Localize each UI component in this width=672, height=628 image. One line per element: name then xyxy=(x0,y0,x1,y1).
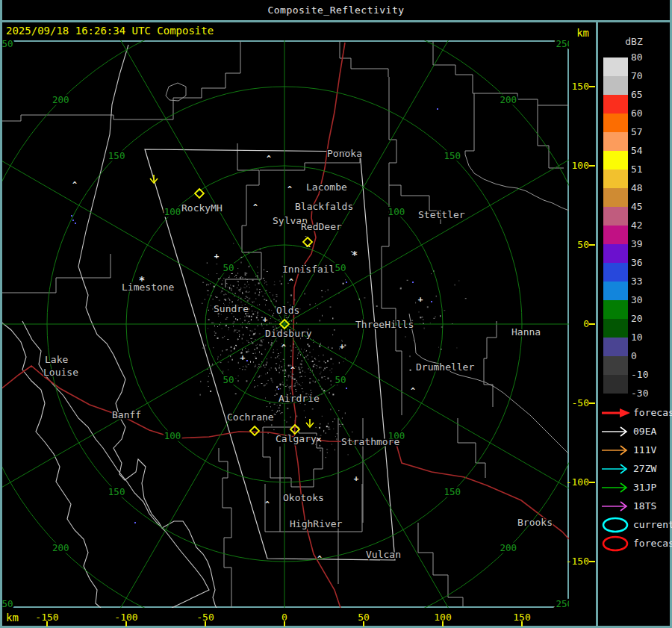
clutter-echo xyxy=(240,288,241,289)
clutter-echo xyxy=(252,343,253,344)
clutter-echo xyxy=(311,361,312,362)
clutter-echo xyxy=(237,338,238,340)
clutter-echo xyxy=(217,273,217,274)
clutter-echo xyxy=(281,283,282,285)
clutter-echo xyxy=(258,320,259,320)
clutter-echo xyxy=(220,278,221,279)
clutter-echo xyxy=(305,372,305,373)
clutter-echo xyxy=(276,386,278,388)
map-symbol-caret: ^ xyxy=(265,500,270,509)
clutter-echo xyxy=(313,366,314,367)
bottom-axis-tick-mark xyxy=(442,621,444,627)
clutter-echo xyxy=(320,450,321,451)
clutter-echo xyxy=(276,341,277,341)
clutter-echo xyxy=(435,317,436,317)
city-label-stettler: Stettler xyxy=(418,209,465,220)
clutter-echo xyxy=(320,423,321,424)
clutter-echo xyxy=(261,291,262,292)
bottom-axis-tick-mark xyxy=(205,621,206,627)
clutter-echo xyxy=(265,293,266,294)
clutter-echo xyxy=(244,369,246,370)
clutter-echo xyxy=(295,383,296,384)
county-boundary-line xyxy=(219,448,231,608)
clutter-echo xyxy=(423,320,423,320)
clutter-echo xyxy=(240,257,242,258)
clutter-echo xyxy=(257,267,258,267)
right-axis-tick-label: -100 xyxy=(544,477,589,488)
clutter-echo xyxy=(237,268,238,269)
clutter-echo xyxy=(317,366,318,367)
clutter-echo xyxy=(305,404,305,405)
clutter-echo xyxy=(285,371,287,372)
clutter-echo xyxy=(248,364,249,365)
clutter-echo xyxy=(232,293,233,293)
clutter-echo xyxy=(345,279,346,280)
clutter-echo xyxy=(272,379,273,381)
clutter-echo xyxy=(238,290,239,290)
clutter-echo xyxy=(342,424,343,425)
clutter-echo xyxy=(285,386,287,387)
clutter-echo xyxy=(332,335,333,335)
clutter-echo xyxy=(248,341,249,341)
clutter-echo xyxy=(248,342,249,343)
legend-symbol-27ZW xyxy=(600,460,632,478)
clutter-echo xyxy=(246,291,247,292)
clutter-echo xyxy=(223,280,223,281)
clutter-echo xyxy=(263,278,264,279)
legend-item-label: forecast xyxy=(633,408,672,418)
azimuth-radial-line xyxy=(284,324,569,541)
clutter-echo xyxy=(262,296,264,296)
clutter-echo xyxy=(282,276,283,277)
clutter-echo xyxy=(331,385,332,385)
timestamp-label: 2025/09/18 16:26:34 UTC Composite xyxy=(6,25,214,38)
clutter-echo xyxy=(213,299,214,299)
clutter-echo xyxy=(330,307,332,308)
clutter-echo xyxy=(316,368,317,369)
clutter-echo xyxy=(205,344,206,346)
clutter-echo xyxy=(234,346,235,348)
clutter-echo xyxy=(407,280,408,281)
clutter-echo xyxy=(243,277,243,278)
clutter-echo xyxy=(333,429,334,429)
clutter-echo xyxy=(273,299,275,299)
clutter-echo xyxy=(224,299,225,300)
clutter-echo xyxy=(320,343,321,343)
clutter-echo xyxy=(376,306,378,307)
clutter-echo xyxy=(232,359,233,361)
radar-site-marker[interactable] xyxy=(250,426,259,435)
radar-map-canvas[interactable]: 5050505010010010010015015015015020020020… xyxy=(0,40,569,608)
clutter-echo xyxy=(249,321,249,322)
clutter-echo xyxy=(228,355,229,355)
colorbar-value-label: 10 xyxy=(631,332,665,343)
clutter-echo xyxy=(330,358,332,360)
clutter-echo xyxy=(210,391,211,392)
clutter-echo xyxy=(323,430,324,432)
clutter-echo xyxy=(320,320,320,321)
clutter-echo xyxy=(249,323,250,324)
clutter-echo xyxy=(299,376,300,377)
weak-echo-speck xyxy=(346,282,347,283)
city-label-hanna: Hanna xyxy=(511,326,541,338)
weak-echo-speck xyxy=(412,282,414,283)
clutter-echo xyxy=(430,323,431,323)
right-axis-tick-label: -50 xyxy=(544,398,589,408)
clutter-echo xyxy=(309,352,311,352)
clutter-echo xyxy=(242,349,243,351)
clutter-echo xyxy=(294,431,296,432)
clutter-echo xyxy=(256,345,257,346)
clutter-echo xyxy=(208,284,208,285)
clutter-echo xyxy=(252,302,252,302)
clutter-echo xyxy=(329,429,330,429)
clutter-echo xyxy=(231,350,231,352)
clutter-echo xyxy=(218,316,219,317)
clutter-echo xyxy=(255,356,255,357)
clutter-echo xyxy=(281,366,282,367)
range-ring-label: 200 xyxy=(500,94,517,105)
clutter-echo xyxy=(215,296,216,297)
clutter-echo xyxy=(276,369,277,370)
clutter-echo xyxy=(288,365,290,367)
clutter-echo xyxy=(227,339,228,340)
clutter-echo xyxy=(315,359,316,360)
legend-item-label: 31JP xyxy=(633,482,656,493)
clutter-echo xyxy=(299,384,300,385)
